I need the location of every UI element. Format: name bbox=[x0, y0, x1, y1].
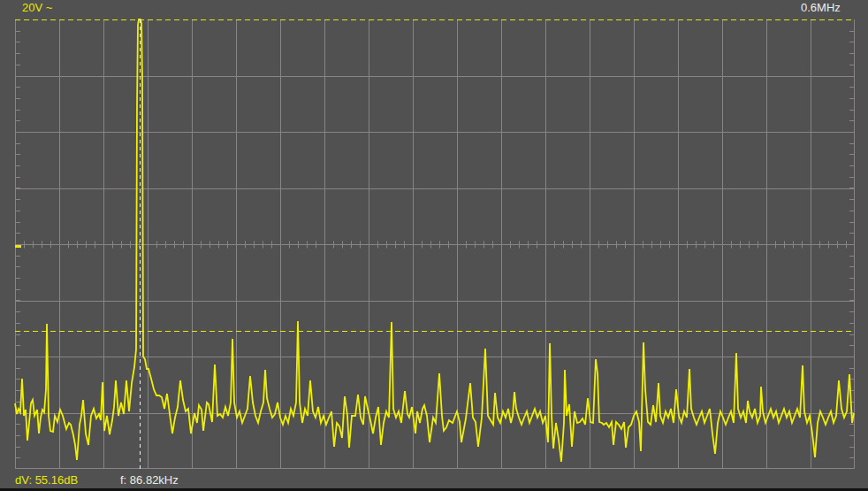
delta-v-readout: dV: 55.16dB bbox=[15, 474, 78, 487]
frequency-span-label: 0.6MHz bbox=[801, 2, 841, 14]
channel-reference-marker bbox=[15, 245, 21, 248]
frequency-readout: f: 86.82kHz bbox=[120, 474, 179, 487]
oscilloscope-screen: 20V ~ 0.6MHz dV: 55.16dB f: 86.82kHz bbox=[0, 0, 868, 491]
volts-per-div-label: 20V ~ bbox=[22, 2, 52, 14]
fft-display-canvas bbox=[0, 0, 868, 491]
